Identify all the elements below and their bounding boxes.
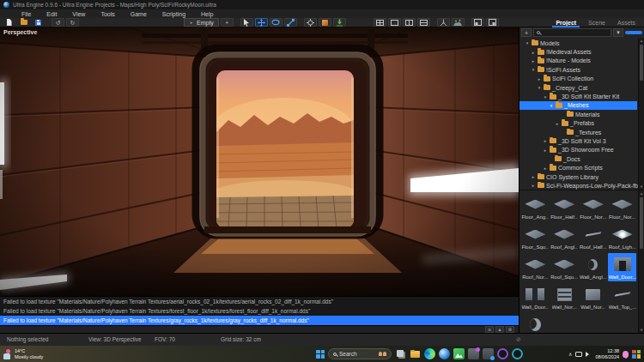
expander-icon[interactable] <box>543 94 548 100</box>
layout-columns-button[interactable] <box>403 18 416 27</box>
widgets-icon[interactable] <box>632 350 641 359</box>
edge-icon[interactable] <box>424 348 435 359</box>
tree-item[interactable]: _Creepy_Cat <box>519 83 637 92</box>
expander-icon[interactable] <box>543 138 548 143</box>
asset-item[interactable]: Floor_Ang... <box>521 193 550 221</box>
asset-item[interactable]: Wall_Door... <box>521 283 550 311</box>
expander-icon[interactable] <box>525 40 530 45</box>
terrain-toggle-button[interactable] <box>452 18 465 27</box>
entity-type-dropdown[interactable]: Empty <box>184 18 219 27</box>
drop-to-ground-button[interactable] <box>333 18 346 27</box>
display-tray-icon[interactable] <box>575 352 582 357</box>
material-button[interactable] <box>319 18 331 27</box>
app-blue-icon[interactable] <box>439 348 450 359</box>
tree-item[interactable]: _3D Showroom Free <box>519 146 637 154</box>
tree-item[interactable]: !SciFi Assets <box>519 65 637 74</box>
app-ring-purple-icon[interactable] <box>497 348 508 359</box>
expander-icon[interactable] <box>531 174 536 179</box>
tree-item[interactable]: SciFi Collection <box>519 75 637 83</box>
tree-item[interactable]: _Docs <box>519 154 637 163</box>
assets-scrollbar[interactable]: ▲ ▼ <box>638 190 644 333</box>
notification-bell-icon[interactable] <box>623 351 629 358</box>
tree-item[interactable]: Common Scripts <box>519 163 637 172</box>
photos-icon[interactable] <box>453 348 465 359</box>
tree-item[interactable]: _Meshes <box>519 101 637 110</box>
panel-left-toggle-button[interactable] <box>471 18 484 27</box>
asset-item[interactable]: Floor_Squ... <box>521 223 550 251</box>
app-purple-badge-icon[interactable] <box>468 348 479 359</box>
asset-item[interactable]: Floor_Nor... <box>580 193 608 221</box>
asset-item[interactable]: Floor_Nor... <box>608 193 636 221</box>
panel-tab[interactable]: Assets <box>611 18 641 27</box>
menu-item[interactable]: File <box>14 11 39 17</box>
taskbar-search[interactable]: Search <box>328 348 392 359</box>
open-button[interactable] <box>17 18 30 27</box>
filter-dropdown-button[interactable]: ▾ <box>613 28 623 37</box>
new-file-button[interactable] <box>3 18 15 27</box>
assets-scroll-thumb[interactable] <box>640 197 643 249</box>
tree-item[interactable]: _3D Scifi Kit Vol 3 <box>519 136 637 145</box>
asset-item[interactable]: Wall_Nor... <box>550 283 579 311</box>
console-log-line[interactable]: Failed to load texture "Materials/Nature… <box>0 306 519 316</box>
redo-button[interactable]: ↻ <box>66 18 79 27</box>
volume-icon[interactable] <box>586 352 592 357</box>
expander-icon[interactable] <box>531 50 536 55</box>
scale-tool-button[interactable] <box>284 18 297 27</box>
asset-item[interactable]: Wall_Nor... <box>580 283 608 311</box>
asset-item[interactable]: Floor_Half... <box>550 193 579 221</box>
task-view-icon[interactable] <box>395 348 406 359</box>
errors-icon[interactable]: ⊗ <box>506 326 514 333</box>
expander-icon[interactable] <box>555 121 560 126</box>
tree-item[interactable]: _3D Scifi Kit Starter Kit <box>519 92 637 100</box>
scroll-down-icon[interactable]: ▼ <box>639 327 644 333</box>
tree-item[interactable]: !Nature - Models <box>519 57 637 65</box>
tree-scroll-thumb[interactable] <box>640 45 643 81</box>
tree-item[interactable]: Models <box>519 39 637 47</box>
menu-item[interactable]: Scripting <box>155 11 193 17</box>
scroll-down-icon[interactable]: ▼ <box>639 184 644 190</box>
save-button[interactable] <box>32 18 45 27</box>
add-folder-button[interactable]: + <box>521 28 532 37</box>
asset-item[interactable]: Wall_Door... <box>608 253 636 281</box>
panel-tab[interactable]: Scene <box>582 18 611 27</box>
layout-rows-button[interactable] <box>417 18 430 27</box>
app-blue-badge-icon[interactable] <box>483 348 494 359</box>
expander-icon[interactable] <box>531 183 536 188</box>
search-input[interactable] <box>533 28 611 37</box>
menu-item[interactable]: Tools <box>93 11 122 17</box>
expander-icon[interactable] <box>537 85 542 90</box>
viewport-3d[interactable]: Perspective <box>0 27 519 296</box>
scroll-up-icon[interactable]: ▲ <box>639 190 644 196</box>
menu-item[interactable]: Edit <box>39 11 64 17</box>
menu-item[interactable]: View <box>64 11 93 17</box>
start-button[interactable] <box>316 350 325 359</box>
console-log-line[interactable]: Failed to load texture "Materials/Nature… <box>0 297 519 306</box>
move-tool-button[interactable] <box>255 18 268 27</box>
expander-icon[interactable] <box>531 58 536 63</box>
asset-item[interactable]: Roof_Ligh... <box>608 223 636 251</box>
log-filter-icon[interactable]: ≡ <box>485 326 494 333</box>
console-input-row[interactable]: ≡ ▲ ⊗ <box>0 325 519 333</box>
layout-single-button[interactable] <box>388 18 401 27</box>
tree-item[interactable]: CIO System Library <box>519 172 637 181</box>
expander-icon[interactable] <box>531 67 536 72</box>
scroll-up-icon[interactable]: ▲ <box>639 38 644 44</box>
taskbar-clock[interactable]: 12:38 08/06/2024 <box>595 348 619 359</box>
warnings-icon[interactable]: ▲ <box>495 326 504 333</box>
expander-icon[interactable] <box>543 166 548 171</box>
add-entity-button[interactable]: + <box>221 18 234 27</box>
console-log-line[interactable]: Failed to load texture "Materials/Nature… <box>0 316 519 325</box>
tree-item[interactable]: Sci-Fi-Weapons-Low-Poly-Pack-fbxeums <box>519 181 637 190</box>
select-tool-button[interactable] <box>240 18 253 27</box>
panel-tab[interactable]: Project <box>550 18 582 27</box>
asset-item[interactable]: Roof_Nor... <box>521 253 550 281</box>
asset-item[interactable]: Roof_Half... <box>580 223 608 251</box>
tray-chevron-icon[interactable]: ∧ <box>568 351 572 357</box>
pick-tool-button[interactable] <box>304 18 317 27</box>
tree-scrollbar[interactable]: ▲ ▼ <box>638 38 644 190</box>
asset-item[interactable]: Roof_Angl... <box>550 223 579 251</box>
thumbnail-size-slider[interactable] <box>625 31 642 34</box>
expander-icon[interactable] <box>543 148 548 153</box>
gizmo-toggle-button[interactable] <box>437 18 450 27</box>
menu-item[interactable]: Game <box>123 11 155 17</box>
